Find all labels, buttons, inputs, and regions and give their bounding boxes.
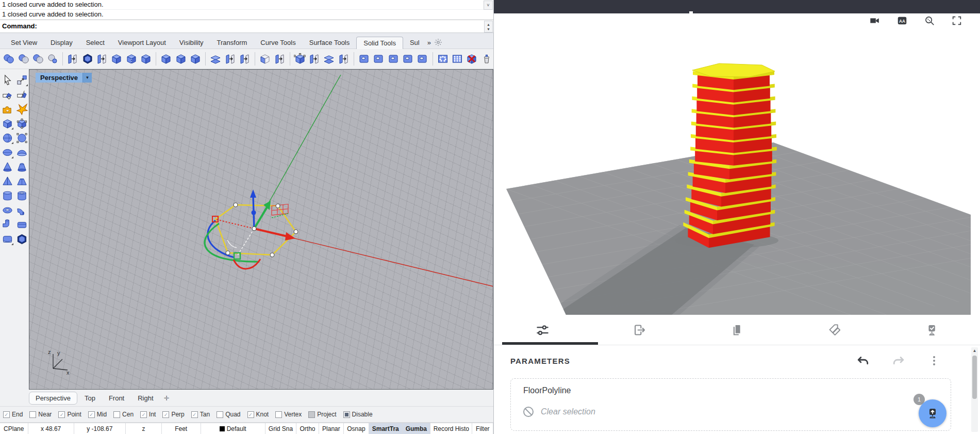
history-scroll-button[interactable]: ˅ — [484, 1, 493, 10]
new-viewport-icon[interactable]: ✛ — [164, 394, 170, 402]
ghost-cube-icon[interactable] — [258, 51, 272, 67]
viewport-title-dropdown[interactable]: ▼ — [82, 73, 92, 83]
osnap-mid[interactable]: ✓Mid — [88, 411, 107, 418]
app-3d-scene[interactable]: AA — [494, 13, 980, 315]
ellipsoid-icon[interactable] — [1, 146, 14, 159]
boolean-intersection-icon[interactable] — [31, 51, 45, 67]
slab-icon[interactable] — [15, 218, 28, 231]
tab-transform[interactable]: Transform — [210, 37, 254, 49]
viewport-title[interactable]: Perspective ▼ — [36, 73, 92, 83]
osnap-tan[interactable]: ✓Tan — [191, 411, 210, 418]
publish-fab-button[interactable] — [919, 399, 946, 427]
extrude-face-icon[interactable] — [223, 51, 237, 67]
osnap-tan-checkbox[interactable]: ✓ — [191, 411, 198, 418]
extract-surface-icon[interactable] — [273, 51, 286, 67]
status-cplane[interactable]: CPlane — [0, 423, 28, 434]
split-icon[interactable] — [15, 88, 28, 101]
osnap-point[interactable]: ✓Point — [58, 411, 81, 418]
fullscreen-icon[interactable] — [951, 15, 962, 26]
select-cursor-icon[interactable] — [1, 73, 14, 87]
function-card[interactable]: FloorPolyline Clear selection — [510, 378, 951, 431]
boolean-difference-icon[interactable] — [16, 51, 30, 67]
approve-tab[interactable] — [883, 315, 980, 345]
scene-canvas[interactable] — [494, 13, 980, 315]
tab-viewport-layout[interactable]: Viewport Layout — [111, 37, 173, 49]
slab-split-icon[interactable] — [209, 51, 222, 67]
kebab-menu-button[interactable] — [927, 353, 941, 368]
zoom-window-icon[interactable] — [924, 15, 935, 26]
tab-surface-tools[interactable]: Surface Tools — [303, 37, 357, 49]
osnap-quad[interactable]: Quad — [217, 411, 240, 418]
tower-model[interactable] — [683, 63, 776, 248]
box-corner-points-icon[interactable] — [15, 117, 28, 130]
tags-tab[interactable] — [786, 315, 883, 345]
cone-icon[interactable] — [1, 160, 14, 173]
truncated-pyramid-icon[interactable] — [15, 174, 28, 188]
extrude-curve-icon[interactable] — [66, 51, 79, 67]
status-z-coord[interactable]: z — [126, 423, 162, 434]
pipe-icon[interactable] — [1, 218, 14, 231]
export-tab[interactable] — [591, 315, 689, 345]
osnap-cen-checkbox[interactable] — [113, 411, 120, 418]
osnap-disable-checkbox[interactable] — [343, 411, 350, 418]
osnap-quad-checkbox[interactable] — [217, 411, 223, 418]
cube-solid-icon[interactable] — [174, 51, 188, 67]
osnap-end[interactable]: ✓End — [3, 411, 23, 418]
hole-square-icon[interactable] — [401, 51, 414, 67]
tab-curve-tools[interactable]: Curve Tools — [254, 37, 302, 49]
polygon-solid-icon[interactable] — [15, 232, 28, 246]
trim-icon[interactable] — [1, 88, 14, 101]
status-pane-ortho[interactable]: Ortho — [296, 423, 319, 434]
viewport-tab-perspective[interactable]: Perspective — [29, 392, 77, 405]
sphere-points-icon[interactable] — [15, 131, 28, 144]
osnap-near-checkbox[interactable] — [29, 411, 36, 418]
scrollbar-thumb[interactable] — [972, 356, 977, 399]
tab-set-view[interactable]: Set View — [4, 37, 44, 49]
grid-holes-array-icon[interactable] — [451, 51, 464, 67]
cylinder-icon[interactable] — [1, 189, 14, 202]
gear-icon[interactable] — [434, 38, 442, 46]
hole-round-icon[interactable] — [357, 51, 371, 67]
nonmanifold-merge-icon[interactable] — [139, 51, 153, 67]
text-style-icon[interactable]: AA — [896, 15, 908, 26]
osnap-cen[interactable]: Cen — [113, 411, 134, 418]
perspective-viewport[interactable]: Perspective ▼ — [29, 69, 493, 390]
status-pane-grid-sna[interactable]: Grid Sna — [265, 423, 296, 434]
status-pane-osnap[interactable]: Osnap — [344, 423, 369, 434]
tab-select[interactable]: Select — [79, 37, 111, 49]
truncated-cone-icon[interactable] — [15, 160, 28, 173]
extrude-to-point-icon[interactable] — [308, 51, 321, 67]
boolean-tools-icon[interactable] — [1, 102, 14, 116]
boolean-union-icon[interactable] — [2, 51, 15, 67]
pipe-elbow-icon[interactable] — [15, 203, 28, 217]
cube-slice-icon[interactable] — [322, 51, 336, 67]
offset-surface-icon[interactable] — [95, 51, 109, 67]
camera-icon[interactable] — [869, 15, 881, 26]
gumball-z-handle-dot[interactable] — [252, 211, 256, 215]
tab-solid-tools[interactable]: Solid Tools — [356, 37, 403, 49]
tube-icon[interactable] — [15, 189, 28, 202]
clear-selection-button[interactable]: Clear selection — [522, 406, 595, 418]
chamfer-edge-icon[interactable] — [189, 51, 202, 67]
pyramid-icon[interactable] — [1, 174, 14, 188]
status-layer[interactable]: Default — [201, 423, 265, 434]
viewport-tab-right[interactable]: Right — [131, 392, 159, 404]
viewport-tab-front[interactable]: Front — [103, 392, 130, 404]
grid-holes-icon[interactable] — [436, 51, 449, 67]
move-scale-icon[interactable] — [15, 73, 28, 87]
osnap-mid-checkbox[interactable]: ✓ — [88, 411, 95, 418]
scroll-up-arrow[interactable]: ▲ — [971, 348, 978, 353]
fillet-edge-icon[interactable] — [159, 51, 173, 67]
osnap-knot[interactable]: ✓Knot — [247, 411, 269, 418]
command-spinner[interactable]: ▲▼ — [484, 21, 493, 33]
gumball-y-arrow[interactable] — [254, 206, 268, 229]
solid-points-on-icon[interactable] — [293, 51, 307, 67]
osnap-knot-checkbox[interactable]: ✓ — [247, 411, 254, 418]
command-history[interactable]: 1 closed curve added to selection. 1 clo… — [0, 0, 493, 20]
osnap-vertex[interactable]: Vertex — [275, 411, 302, 418]
box-dotted-icon[interactable] — [125, 51, 138, 67]
status-pane-filter[interactable]: Filter — [472, 423, 493, 434]
hole-move-icon[interactable] — [416, 51, 429, 67]
undo-button[interactable] — [856, 353, 870, 368]
status-pane-planar[interactable]: Planar — [319, 423, 344, 434]
